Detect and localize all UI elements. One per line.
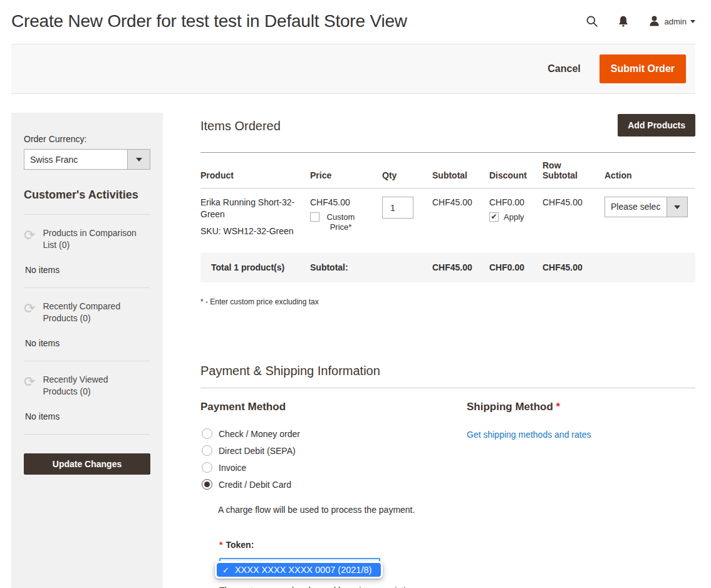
radio-label: Credit / Debit Card <box>219 480 291 490</box>
sidebar-item-recently-viewed[interactable]: ⟳ Recently Viewed Products (0) <box>24 374 150 398</box>
chevron-down-icon <box>690 20 695 23</box>
items-table-header: Product Price Qty Subtotal Discount Row … <box>200 152 695 188</box>
radio-check-money-order[interactable]: Check / Money order <box>200 428 467 439</box>
radio-direct-debit-sepa[interactable]: Direct Debit (SEPA) <box>200 445 467 456</box>
table-row: Erika Running Short-32-Green SKU: WSH12-… <box>200 188 695 253</box>
col-price: Price <box>310 153 382 188</box>
get-shipping-methods-link[interactable]: Get shipping methods and rates <box>467 430 591 440</box>
chevron-down-icon <box>136 158 142 162</box>
custom-price-footnote: * - Enter custom price excluding tax <box>200 297 695 306</box>
sidebar-item-comparison-list[interactable]: ⟳ Products in Comparison List (0) <box>24 227 150 251</box>
col-row-subtotal: Row Subtotal <box>542 153 586 188</box>
order-sidebar: Order Currency: Swiss Franc Customer's A… <box>11 113 163 588</box>
comparison-list-empty: No items <box>25 265 150 275</box>
admin-username: admin <box>665 17 687 26</box>
token-label: *Token: <box>219 540 467 550</box>
items-ordered-header: Items Ordered Add Products <box>200 114 695 137</box>
price-value: CHF45.00 <box>310 197 375 209</box>
price-cell: CHF45.00 Custom Price* <box>310 197 382 237</box>
totals-discount-value: CHF0.00 <box>489 253 542 282</box>
refresh-icon[interactable]: ⟳ <box>24 229 35 242</box>
product-name: Erika Running Short-32-Green <box>200 197 303 220</box>
order-toolbar: Cancel Submit Order <box>11 44 695 94</box>
customer-activities-title: Customer's Activities <box>24 188 150 202</box>
payment-method-title: Payment Method <box>200 401 467 413</box>
apply-discount-control: ✔ Apply <box>489 212 535 222</box>
token-field: *Token: ✓ XXXX XXXX XXXX 0007 (2021/8) <box>219 540 467 588</box>
radio-credit-debit-card[interactable]: Credit / Debit Card <box>200 479 467 490</box>
admin-user-menu[interactable]: admin <box>648 15 695 28</box>
totals-subtotal-label: Subtotal: <box>310 253 382 282</box>
payment-shipping-section: Payment & Shipping Information Payment M… <box>200 364 695 588</box>
discount-cell: CHF0.00 ✔ Apply <box>489 197 542 237</box>
token-dropdown-popup: ✓ XXXX XXXX XXXX 0007 (2021/8) <box>215 561 383 579</box>
order-currency-select[interactable]: Swiss Franc <box>24 149 150 170</box>
required-asterisk: * <box>556 401 561 413</box>
radio-icon[interactable] <box>202 462 212 473</box>
custom-price-checkbox[interactable] <box>310 212 319 222</box>
charge-flow-note: A charge flow will be used to process th… <box>218 505 467 515</box>
recently-viewed-empty: No items <box>25 411 150 421</box>
product-sku: SKU: WSH12-32-Green <box>200 225 303 237</box>
apply-discount-checkbox[interactable]: ✔ <box>489 212 499 222</box>
comparison-list-label: Products in Comparison List (0) <box>43 227 143 251</box>
apply-discount-label: Apply <box>504 212 524 222</box>
row-subtotal-cell: CHF45.00 <box>542 197 605 237</box>
token-option-label: XXXX XXXX XXXX 0007 (2021/8) <box>235 565 371 575</box>
recently-compared-empty: No items <box>25 338 150 348</box>
refresh-icon[interactable]: ⟳ <box>24 302 35 316</box>
order-currency-label: Order Currency: <box>24 134 150 144</box>
totals-row-subtotal-value: CHF45.00 <box>542 253 605 282</box>
totals-subtotal-value: CHF45.00 <box>432 253 489 282</box>
order-main: Items Ordered Add Products Product Price… <box>163 113 695 588</box>
col-discount: Discount <box>489 153 542 188</box>
sidebar-item-recently-compared[interactable]: ⟳ Recently Compared Products (0) <box>24 301 150 324</box>
check-icon: ✓ <box>222 565 229 575</box>
divider <box>24 214 150 215</box>
payment-shipping-title: Payment & Shipping Information <box>200 364 695 388</box>
qty-cell <box>382 197 432 237</box>
recently-compared-label: Recently Compared Products (0) <box>43 301 143 324</box>
action-select-value: Please selec <box>605 197 667 217</box>
col-qty: Qty <box>382 153 432 188</box>
submit-order-button[interactable]: Submit Order <box>599 54 686 83</box>
notifications-bell-icon[interactable] <box>617 15 630 28</box>
token-select[interactable]: ✓ XXXX XXXX XXXX 0007 (2021/8) <box>219 558 380 578</box>
radio-selected-icon[interactable] <box>202 479 212 490</box>
qty-input[interactable] <box>382 197 413 219</box>
action-select[interactable]: Please selec <box>605 197 688 217</box>
col-subtotal: Subtotal <box>432 153 489 188</box>
radio-label: Check / Money order <box>219 429 300 439</box>
content-layout: Order Currency: Swiss Franc Customer's A… <box>11 113 695 588</box>
chevron-down-icon <box>674 205 680 209</box>
search-icon[interactable] <box>586 15 598 28</box>
add-products-button[interactable]: Add Products <box>618 114 695 137</box>
radio-invoice[interactable]: Invoice <box>200 462 467 473</box>
create-order-page: Create New Order for test test in Defaul… <box>0 0 711 588</box>
divider <box>24 361 150 361</box>
custom-price-label: Custom Price* <box>324 212 357 232</box>
totals-label: Total 1 product(s) <box>200 253 310 282</box>
cancel-button[interactable]: Cancel <box>548 63 580 75</box>
radio-label: Invoice <box>219 463 246 473</box>
divider <box>24 434 150 435</box>
radio-icon[interactable] <box>202 428 212 439</box>
token-dropdown-option[interactable]: ✓ XXXX XXXX XXXX 0007 (2021/8) <box>217 563 381 577</box>
items-ordered-title: Items Ordered <box>200 114 281 133</box>
col-product: Product <box>200 153 310 188</box>
page-header: Create New Order for test test in Defaul… <box>11 0 695 31</box>
action-cell: Please selec <box>605 197 695 237</box>
payment-method-column: Payment Method Check / Money order Direc… <box>200 401 467 588</box>
col-action: Action <box>605 153 695 188</box>
refresh-icon[interactable]: ⟳ <box>24 375 35 389</box>
action-select-arrow[interactable] <box>667 197 687 217</box>
discount-value: CHF0.00 <box>489 197 535 209</box>
subtotal-cell: CHF45.00 <box>432 197 489 237</box>
update-changes-button[interactable]: Update Changes <box>24 453 150 475</box>
header-actions: admin <box>586 11 695 28</box>
recently-viewed-label: Recently Viewed Products (0) <box>43 374 143 398</box>
radio-icon[interactable] <box>202 445 212 456</box>
required-asterisk: * <box>219 540 222 550</box>
token-help-text: The customer can be charged by using an … <box>219 585 432 588</box>
order-currency-arrow[interactable] <box>127 150 150 169</box>
